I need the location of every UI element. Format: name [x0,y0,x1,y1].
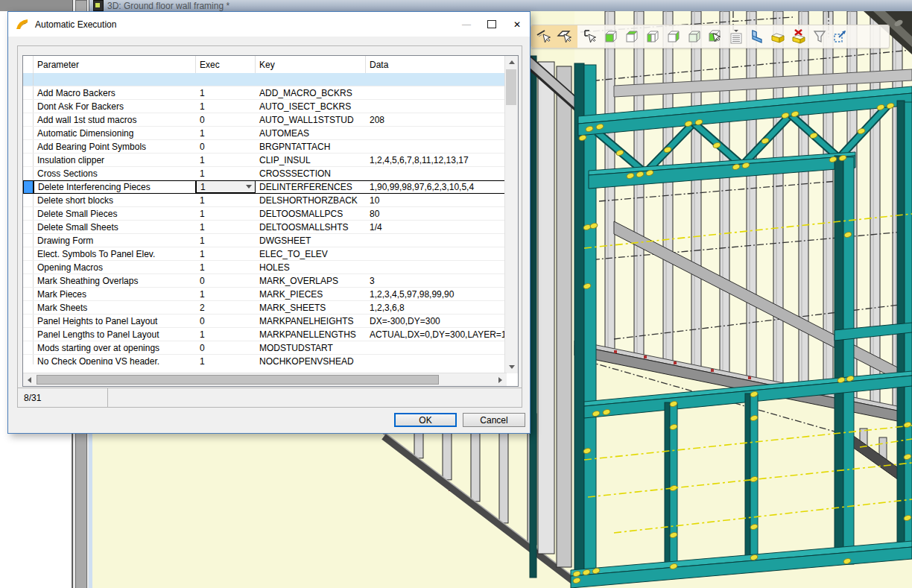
cell-exec[interactable]: 1 [196,261,256,274]
cell-exec[interactable]: 1 [196,167,256,180]
cell-exec[interactable]: 2 [196,301,256,314]
table-row[interactable]: Dont Ask For Backers1AUTO_ISECT_BCKRS [23,100,505,113]
row-selector[interactable] [23,127,34,139]
cell-data[interactable] [366,73,505,86]
cell-exec[interactable]: 0 [196,274,256,287]
table-vertical-thumb[interactable] [506,69,516,105]
cell-parameter[interactable]: Mark Sheets [34,301,196,314]
cell-parameter[interactable]: Drawing Form [34,234,196,247]
table-row[interactable]: Panel Lengths to Panel Layout1MARKPANELL… [23,328,505,341]
table-row[interactable]: Automatic Dimensioning1AUTOMEAS [23,127,505,140]
cube-front-face-icon[interactable] [601,27,621,46]
row-selector[interactable] [23,301,34,314]
cell-key[interactable]: AUTO_ISECT_BCKRS [256,100,366,113]
exec-dropdown[interactable]: 1 [196,180,256,193]
cell-parameter[interactable]: Panel Lengths to Panel Layout [34,328,196,341]
row-selector[interactable] [23,73,34,86]
cube-left-face-icon[interactable] [642,27,663,46]
header-key[interactable]: Key [256,56,366,73]
row-selector[interactable] [23,221,34,233]
cell-key[interactable]: AUTOMEAS [256,127,366,139]
row-selector[interactable] [23,194,34,206]
cell-key[interactable]: MARK_SHEETS [256,301,366,314]
cell-key[interactable]: DELTOOSMALLSHTS [256,221,366,233]
cell-parameter[interactable]: Delete Small Sheets [34,221,196,233]
cancel-button[interactable]: Cancel [463,413,525,427]
table-row[interactable]: Add wall 1st stud macros0AUTO_WALL1STSTU… [23,113,505,127]
row-selector[interactable] [23,341,34,354]
row-selector[interactable] [23,113,34,126]
cell-key[interactable]: DELTOOSMALLPCS [256,207,366,220]
cell-key[interactable]: BRGPNTATTACH [256,140,366,153]
cell-data[interactable]: 1,90,99,98,97,6,2,3,10,5,4 [366,180,505,193]
header-parameter[interactable]: Parameter [34,56,196,73]
close-button[interactable]: ✕ [504,12,530,37]
cell-data[interactable] [366,140,505,153]
profile-tool-icon[interactable] [747,27,767,46]
cell-data[interactable]: 1,2,3,6,8 [366,301,505,314]
cell-exec[interactable]: 0 [196,341,256,354]
table-horizontal-thumb[interactable] [37,375,439,385]
cell-data[interactable] [366,127,505,139]
row-selector[interactable] [23,100,34,113]
table-row[interactable]: Mods starting over at openings0MODSTUDST… [23,341,505,355]
cell-data[interactable]: ACTUAL,DX=0,DY=300,LAYER=17 [366,328,505,341]
cell-parameter[interactable]: Panel Heights to Panel Layout [34,314,196,327]
cell-exec[interactable]: 1 [196,100,256,113]
cell-parameter[interactable]: Elect. Symbols To Panel Elev. [34,247,196,260]
table-row[interactable]: Mark Sheathing Overlaps0MARK_OVERLAPS3 [23,274,505,288]
table-row[interactable]: Mark Pieces1MARK_PIECES1,2,3,4,5,97,98,9… [23,288,505,301]
part-select-icon[interactable] [580,27,601,46]
row-selector[interactable] [23,314,34,327]
row-selector[interactable] [23,167,34,180]
table-row[interactable]: Opening Macros1HOLES [23,261,505,274]
cell-data[interactable] [366,341,505,354]
cell-key[interactable]: DELSHORTHORZBACK [256,194,366,206]
minimize-button[interactable]: — [454,12,479,37]
cell-parameter[interactable]: Opening Macros [34,261,196,274]
table-horizontal-scrollbar[interactable] [23,373,507,386]
cell-key[interactable]: ELEC_TO_ELEV [256,247,366,260]
cell-exec[interactable]: 1 [196,288,256,300]
cell-exec[interactable]: 1 [196,154,256,166]
row-selector[interactable] [23,154,34,166]
cell-parameter[interactable]: Cross Sections [34,167,196,180]
cell-key[interactable]: MARKPANELLENGTHS [256,328,366,341]
scroll-up-icon[interactable] [505,56,518,69]
cell-data[interactable] [366,100,505,113]
scroll-left-icon[interactable] [23,373,36,386]
cell-parameter[interactable]: Insulation clipper [34,154,196,166]
table-row[interactable]: Delete Small Sheets1DELTOOSMALLSHTS1/4 [23,221,505,234]
cell-data[interactable]: 10 [366,194,505,206]
row-selector[interactable] [23,207,34,220]
cell-data[interactable]: 3 [366,274,505,287]
table-row[interactable]: Add Bearing Point Symbols0BRGPNTATTACH [23,140,505,154]
cell-exec[interactable]: 1 [196,194,256,206]
face-select-icon[interactable] [554,27,575,46]
cell-parameter[interactable]: Mark Pieces [34,288,196,300]
table-row[interactable]: Elect. Symbols To Panel Elev.1ELEC_TO_EL… [23,247,505,261]
cell-key[interactable]: DWGSHEET [256,234,366,247]
cell-key[interactable]: CLIP_INSUL [256,154,366,166]
cell-data[interactable]: 80 [366,207,505,220]
table-row[interactable]: Delete short blocks1DELSHORTHORZBACK10 [23,194,505,207]
cell-exec[interactable]: 1 [196,247,256,260]
cell-key[interactable]: HOLES [256,261,366,274]
cell-exec[interactable]: 1 [196,221,256,233]
cell-data[interactable] [366,247,505,260]
cube-top-face-icon[interactable] [621,27,642,46]
table-row[interactable]: No Check Opening VS header.1NOCHKOPENVSH… [23,355,505,364]
row-selector[interactable] [23,140,34,153]
cell-data[interactable] [366,261,505,274]
cell-parameter[interactable]: Automatic Dimensioning [34,127,196,139]
cell-exec[interactable]: 1 [196,328,256,341]
row-selector[interactable] [23,234,34,247]
cell-data[interactable]: 1,2,4,5,6,7,8,11,12,13,17 [366,154,505,166]
cell-key[interactable]: AUTO_WALL1STSTUD [256,113,366,126]
cell-data[interactable] [366,86,505,99]
cell-data[interactable] [366,167,505,180]
table-row[interactable]: Cross Sections1CROSSSECTION [23,167,505,180]
table-row[interactable]: Insulation clipper1CLIP_INSUL1,2,4,5,6,7… [23,154,505,167]
row-selector[interactable] [23,355,34,364]
cell-parameter[interactable]: Delete Small Pieces [34,207,196,220]
